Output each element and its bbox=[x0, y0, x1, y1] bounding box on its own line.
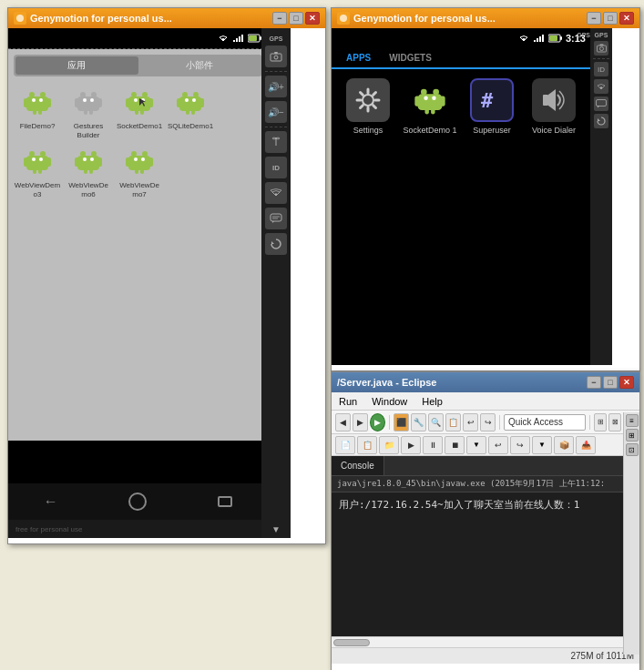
second-toolbar-btn-9[interactable]: 📦 bbox=[554, 436, 574, 454]
second-toolbar-btn-8[interactable]: ↪ bbox=[510, 436, 530, 454]
toolbar-btn-2[interactable]: 🔧 bbox=[411, 413, 426, 431]
svg-rect-80 bbox=[534, 40, 536, 42]
toolbar-btn-4[interactable]: 📋 bbox=[445, 413, 461, 431]
svg-rect-109 bbox=[599, 45, 603, 46]
second-toolbar-btn-1[interactable]: 📄 bbox=[335, 436, 355, 454]
second-toolbar-btn-5[interactable]: ⏸ bbox=[423, 436, 443, 454]
eclipse-title-bar[interactable]: /Server.java - Eclipse − □ ✕ bbox=[332, 372, 639, 392]
id-btn[interactable]: ID bbox=[265, 157, 287, 178]
signal-btn[interactable] bbox=[265, 131, 287, 153]
title-bar-2[interactable]: Genymotion for personal us... − □ ✕ bbox=[332, 8, 639, 28]
chat-btn[interactable] bbox=[265, 208, 287, 229]
eclipse-minimize-btn[interactable]: − bbox=[587, 376, 601, 389]
camera-btn[interactable] bbox=[265, 46, 287, 67]
dropdown-btn-2[interactable]: ▼ bbox=[532, 436, 552, 454]
svg-rect-32 bbox=[140, 107, 144, 115]
eclipse-maximize-btn[interactable]: □ bbox=[603, 376, 618, 389]
second-toolbar-btn-6[interactable]: ⏹ bbox=[445, 436, 465, 454]
list-item[interactable]: # Superuser bbox=[465, 78, 519, 136]
maximize-btn-2[interactable]: □ bbox=[603, 12, 618, 25]
app-icon-2 bbox=[337, 12, 350, 25]
scroll-thumb-x[interactable] bbox=[333, 639, 370, 646]
rotate-btn[interactable] bbox=[265, 233, 287, 255]
eclipse-title: /Server.java - Eclipse bbox=[337, 377, 587, 388]
scroll-down-btn[interactable]: ▼ bbox=[271, 524, 281, 534]
quick-access-input[interactable] bbox=[504, 414, 586, 431]
maximize-btn-1[interactable]: □ bbox=[289, 12, 303, 25]
close-btn-1[interactable]: ✕ bbox=[305, 12, 320, 25]
id-side-btn[interactable]: ID bbox=[594, 62, 608, 76]
list-item[interactable]: SocketDemo 1 bbox=[403, 78, 457, 136]
dropdown-btn-1[interactable]: ▼ bbox=[466, 436, 486, 454]
camera-side-btn[interactable] bbox=[594, 41, 608, 56]
vol-up-btn[interactable]: 🔊+ bbox=[265, 76, 287, 97]
second-toolbar-btn-4[interactable]: ▶ bbox=[401, 436, 421, 454]
menu-run[interactable]: Run bbox=[335, 396, 361, 407]
eclipse-close-btn[interactable]: ✕ bbox=[619, 376, 634, 389]
list-item[interactable]: Voice Dialer bbox=[526, 78, 581, 136]
toolbar-btn-1[interactable]: ⬛ bbox=[394, 413, 409, 431]
speaker-icon bbox=[539, 86, 568, 115]
minimize-btn-2[interactable]: − bbox=[587, 12, 601, 25]
signal-icon-2 bbox=[533, 34, 546, 43]
list-item[interactable]: WebViewDemo3 bbox=[14, 143, 61, 198]
second-toolbar-btn-10[interactable]: 📥 bbox=[576, 436, 596, 454]
list-item[interactable]: Gestures Builder bbox=[65, 84, 112, 139]
list-item[interactable]: WebViewDe mo7 bbox=[116, 143, 163, 198]
rotate-icon bbox=[270, 238, 282, 250]
home-btn[interactable] bbox=[128, 492, 147, 511]
tab-widgets[interactable]: WIDGETS bbox=[380, 48, 441, 67]
chat-icon bbox=[270, 213, 282, 224]
second-toolbar-btn-3[interactable]: 📁 bbox=[379, 436, 399, 454]
list-item[interactable]: SQLiteDemo1 bbox=[167, 84, 214, 139]
wifi-side-btn-2[interactable] bbox=[594, 79, 608, 94]
nav-bar-1: ← bbox=[8, 483, 268, 520]
toolbar-btn-3[interactable]: 🔍 bbox=[428, 413, 444, 431]
svg-point-79 bbox=[340, 15, 347, 22]
toolbar-forward-btn[interactable]: ▶ bbox=[353, 413, 368, 431]
close-btn-2[interactable]: ✕ bbox=[619, 12, 634, 25]
toolbar-back-btn[interactable]: ◀ bbox=[335, 413, 351, 431]
perspective-btn-1[interactable]: ⊞ bbox=[594, 413, 607, 431]
chat-side-btn[interactable] bbox=[594, 96, 608, 111]
second-toolbar-btn-7[interactable]: ↩ bbox=[488, 436, 508, 454]
back-btn[interactable]: ← bbox=[44, 493, 58, 510]
list-item[interactable]: FileDemo? bbox=[14, 84, 61, 139]
drawer-tab-apps[interactable]: 应用 bbox=[15, 56, 138, 75]
android-webview7-icon bbox=[123, 145, 156, 178]
toolbar-btn-5[interactable]: ↩ bbox=[463, 413, 478, 431]
list-item[interactable]: WebViewDe mo6 bbox=[65, 143, 112, 198]
list-item[interactable]: Settings bbox=[341, 78, 395, 136]
signal-bars-icon bbox=[271, 137, 281, 147]
second-toolbar-btn-2[interactable]: 📋 bbox=[357, 436, 377, 454]
right-panel-btn-1[interactable]: ≡ bbox=[626, 414, 639, 427]
perspective-btn-2[interactable]: ⊠ bbox=[608, 413, 621, 431]
svg-rect-110 bbox=[597, 100, 607, 107]
minimize-btn-1[interactable]: − bbox=[272, 12, 287, 25]
app-label-file: FileDemo? bbox=[20, 122, 56, 131]
console-tab-active[interactable]: Console bbox=[332, 456, 384, 475]
drawer-tab-widgets[interactable]: 小部件 bbox=[138, 56, 261, 75]
rotate-side-btn[interactable] bbox=[594, 114, 608, 128]
app-label-sqlite: SQLiteDemo1 bbox=[168, 122, 213, 131]
list-item[interactable]: SocketDemo1 bbox=[116, 84, 163, 139]
recents-btn[interactable] bbox=[218, 496, 232, 507]
run-btn[interactable]: ▶ bbox=[370, 413, 385, 431]
vol-down-btn[interactable]: 🔊− bbox=[265, 101, 287, 123]
tab-apps[interactable]: APPS bbox=[337, 48, 380, 69]
right-panel-btn-2[interactable]: ⊞ bbox=[626, 429, 639, 442]
toolbar-btn-6[interactable]: ↪ bbox=[480, 413, 496, 431]
window-title-2: Genymotion for personal us... bbox=[353, 13, 587, 24]
menu-help[interactable]: Help bbox=[418, 396, 446, 407]
menu-window[interactable]: Window bbox=[368, 396, 411, 407]
wifi-btn[interactable] bbox=[265, 182, 287, 204]
right-panel-btn-3[interactable]: ⊡ bbox=[626, 443, 639, 456]
title-bar-1[interactable]: Genymotion for personal us... − □ ✕ bbox=[8, 8, 325, 28]
chat-side-icon bbox=[596, 99, 607, 108]
apps-label-voicedialer: Voice Dialer bbox=[532, 126, 576, 136]
scrollbar-x[interactable] bbox=[332, 636, 639, 647]
status-icons-2: 3:13 bbox=[517, 33, 586, 44]
android-sqlite-icon bbox=[174, 86, 207, 118]
svg-rect-12 bbox=[46, 98, 51, 107]
svg-rect-48 bbox=[46, 157, 51, 167]
